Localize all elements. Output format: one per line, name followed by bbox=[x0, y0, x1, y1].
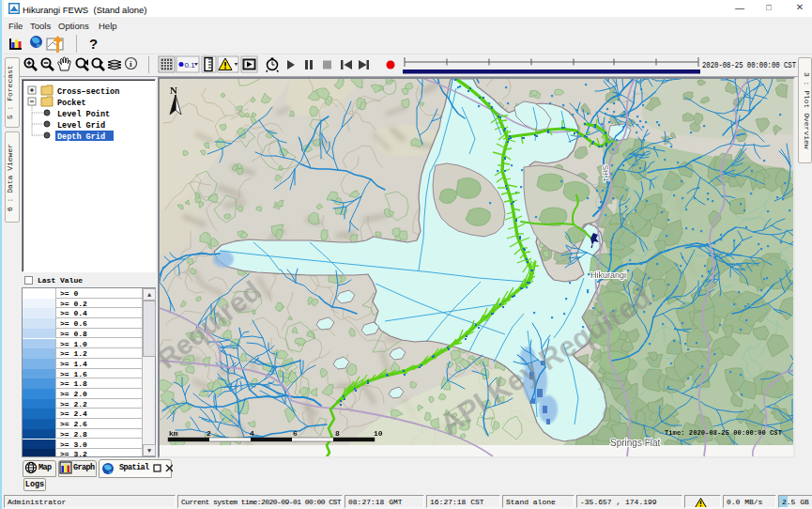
svg-text:8: 8 bbox=[335, 429, 340, 438]
svg-text:Time: 2020-08-25 00:00:00 CST: Time: 2020-08-25 00:00:00 CST bbox=[665, 429, 782, 437]
svg-text:Springs Flat: Springs Flat bbox=[610, 438, 661, 448]
svg-text:Depth Grid: Depth Grid bbox=[57, 132, 105, 142]
svg-text:4: 4 bbox=[250, 429, 254, 438]
svg-text:SH 1: SH 1 bbox=[601, 165, 610, 183]
svg-text:i: i bbox=[130, 59, 132, 69]
svg-text:Pocket: Pocket bbox=[57, 99, 86, 108]
svg-text:10: 10 bbox=[374, 429, 383, 438]
svg-text:Cross–section: Cross–section bbox=[57, 87, 119, 97]
svg-text:2: 2 bbox=[207, 429, 211, 438]
svg-text:Level Point: Level Point bbox=[57, 110, 110, 119]
svg-text:0.1: 0.1 bbox=[185, 61, 196, 69]
svg-text:6: 6 bbox=[293, 429, 298, 438]
svg-text:km: km bbox=[169, 429, 178, 438]
svg-text:2020-08-25 00:00:00 CST: 2020-08-25 00:00:00 CST bbox=[702, 61, 796, 69]
svg-text:?: ? bbox=[89, 36, 98, 52]
svg-text:N: N bbox=[170, 85, 177, 96]
svg-text:Hikurangi: Hikurangi bbox=[590, 270, 626, 280]
svg-text:Level Grid: Level Grid bbox=[57, 121, 105, 131]
